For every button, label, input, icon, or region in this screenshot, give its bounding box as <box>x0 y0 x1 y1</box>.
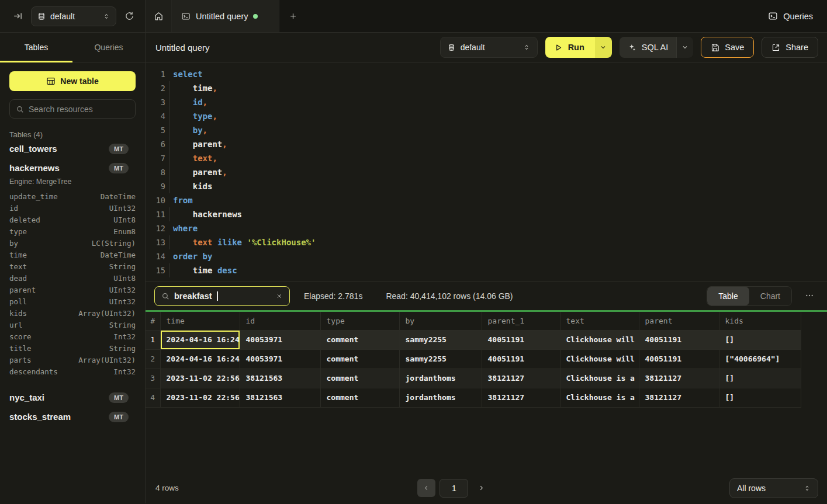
sql-ai-options-button[interactable] <box>676 37 693 58</box>
editor-line[interactable]: 3 id, <box>146 95 827 109</box>
editor-line[interactable]: 12where <box>146 221 827 235</box>
schema-column-row[interactable]: update_timeDateTime <box>9 190 136 202</box>
table-cell[interactable]: 40051191 <box>482 349 560 369</box>
sidebar-item-stocks-stream[interactable]: stocks_stream MT <box>9 407 136 426</box>
table-cell[interactable]: 38121127 <box>482 369 560 388</box>
table-cell[interactable]: 2024-04-16 16:24… <box>160 349 240 369</box>
tab-tables[interactable]: Tables <box>0 33 72 62</box>
resource-search-input[interactable] <box>29 105 134 114</box>
toggle-chart-view[interactable]: Chart <box>749 287 791 305</box>
table-cell[interactable]: 40053971 <box>240 330 320 349</box>
editor-line[interactable]: 14order by <box>146 249 827 263</box>
table-cell[interactable]: 40053971 <box>240 349 320 369</box>
schema-column-row[interactable]: kidsArray(UInt32) <box>9 307 136 319</box>
table-cell[interactable]: 38121563 <box>240 388 320 407</box>
table-cell[interactable]: [] <box>719 388 801 407</box>
tab-queries[interactable]: Queries <box>72 33 145 62</box>
schema-column-row[interactable]: descendantsInt32 <box>9 366 136 377</box>
share-button[interactable]: Share <box>762 37 818 58</box>
editor-line[interactable]: 7 text, <box>146 151 827 165</box>
table-cell[interactable]: ["40066964"] <box>719 349 801 369</box>
sidebar-item-hackernews[interactable]: hackernews MT <box>9 158 136 178</box>
table-cell[interactable]: [] <box>719 369 801 388</box>
schema-column-row[interactable]: scoreInt32 <box>9 331 136 342</box>
editor-line[interactable]: 5 by, <box>146 123 827 137</box>
row-number-cell[interactable]: 1 <box>146 330 160 349</box>
schema-column-row[interactable]: typeEnum8 <box>9 225 136 237</box>
editor-line[interactable]: 11 hackernews <box>146 207 827 221</box>
column-header[interactable]: type <box>320 312 399 330</box>
table-cell[interactable]: Clickhouse is a … <box>560 369 639 388</box>
table-cell[interactable]: 40051191 <box>639 330 719 349</box>
page-size-selector[interactable]: All rows <box>729 478 818 498</box>
table-cell[interactable]: comment <box>320 369 399 388</box>
table-cell[interactable]: comment <box>320 330 399 349</box>
schema-column-row[interactable]: titleString <box>9 342 136 354</box>
row-number-header[interactable]: # <box>146 312 160 330</box>
editor-line[interactable]: 9 kids <box>146 179 827 193</box>
sidebar-item-cell-towers[interactable]: cell_towers MT <box>9 139 136 158</box>
table-cell[interactable]: 40051191 <box>482 330 560 349</box>
schema-column-row[interactable]: idUInt32 <box>9 202 136 214</box>
table-cell[interactable]: [] <box>719 330 801 349</box>
run-options-button[interactable] <box>595 37 612 58</box>
table-cell[interactable]: sammy2255 <box>399 349 482 369</box>
new-tab-button[interactable] <box>279 0 306 32</box>
table-cell[interactable]: 40051191 <box>639 349 719 369</box>
table-cell[interactable]: 2023-11-02 22:56… <box>160 388 240 407</box>
resource-search[interactable] <box>9 99 136 119</box>
run-database-selector[interactable]: default <box>440 37 538 58</box>
column-header[interactable]: text <box>560 312 639 330</box>
table-cell[interactable]: 38121127 <box>639 369 719 388</box>
editor-line[interactable]: 6 parent, <box>146 137 827 151</box>
schema-column-row[interactable]: byLC(String) <box>9 237 136 249</box>
run-button[interactable]: Run <box>545 37 595 58</box>
table-cell[interactable]: 2024-04-16 16:24… <box>160 330 240 349</box>
sidebar-item-nyc-taxi[interactable]: nyc_taxi MT <box>9 388 136 407</box>
editor-line[interactable]: 8 parent, <box>146 165 827 179</box>
new-table-button[interactable]: New table <box>9 71 136 91</box>
query-tab[interactable]: Untitled query <box>172 0 279 32</box>
table-cell[interactable]: Clickhouse will … <box>560 349 639 369</box>
home-tab[interactable] <box>146 0 172 32</box>
current-page-button[interactable]: 1 <box>440 479 468 498</box>
refresh-button[interactable] <box>122 9 137 23</box>
table-cell[interactable]: 38121563 <box>240 369 320 388</box>
table-cell[interactable]: Clickhouse is a … <box>560 388 639 407</box>
schema-column-row[interactable]: partsArray(UInt32) <box>9 354 136 366</box>
prev-page-button[interactable] <box>417 479 435 497</box>
schema-column-row[interactable]: deadUInt8 <box>9 272 136 284</box>
editor-line[interactable]: 4 type, <box>146 109 827 123</box>
results-search[interactable]: breakfast <box>154 286 290 306</box>
editor-line[interactable]: 13 text ilike '%ClickHouse%' <box>146 235 827 249</box>
next-page-button[interactable] <box>472 479 490 497</box>
column-header[interactable]: by <box>399 312 482 330</box>
table-cell[interactable]: comment <box>320 388 399 407</box>
table-cell[interactable]: 2023-11-02 22:56… <box>160 369 240 388</box>
toggle-table-view[interactable]: Table <box>707 287 749 305</box>
more-options-button[interactable] <box>802 289 816 304</box>
schema-column-row[interactable]: parentUInt32 <box>9 284 136 296</box>
sql-ai-button[interactable]: SQL AI <box>620 37 676 58</box>
column-header[interactable]: id <box>240 312 320 330</box>
schema-column-row[interactable]: pollUInt32 <box>9 296 136 307</box>
table-cell[interactable]: jordanthoms <box>399 388 482 407</box>
table-cell[interactable]: jordanthoms <box>399 369 482 388</box>
clear-search-icon[interactable] <box>276 293 283 300</box>
collapse-sidebar-button[interactable] <box>11 9 25 23</box>
column-header[interactable]: parent <box>639 312 719 330</box>
row-number-cell[interactable]: 3 <box>146 369 160 388</box>
table-cell[interactable]: Clickhouse will … <box>560 330 639 349</box>
queries-button[interactable]: Queries <box>761 0 827 32</box>
sql-editor[interactable]: 1select2 time,3 id,4 type,5 by,6 parent,… <box>146 62 827 281</box>
schema-column-row[interactable]: urlString <box>9 319 136 331</box>
schema-column-row[interactable]: timeDateTime <box>9 249 136 260</box>
column-header[interactable]: kids <box>719 312 801 330</box>
table-cell[interactable]: sammy2255 <box>399 330 482 349</box>
database-selector[interactable]: default <box>31 6 116 26</box>
table-cell[interactable]: 38121127 <box>639 388 719 407</box>
row-number-cell[interactable]: 4 <box>146 388 160 407</box>
column-header[interactable]: parent_1 <box>482 312 560 330</box>
schema-column-row[interactable]: textString <box>9 260 136 272</box>
table-cell[interactable]: 38121127 <box>482 388 560 407</box>
